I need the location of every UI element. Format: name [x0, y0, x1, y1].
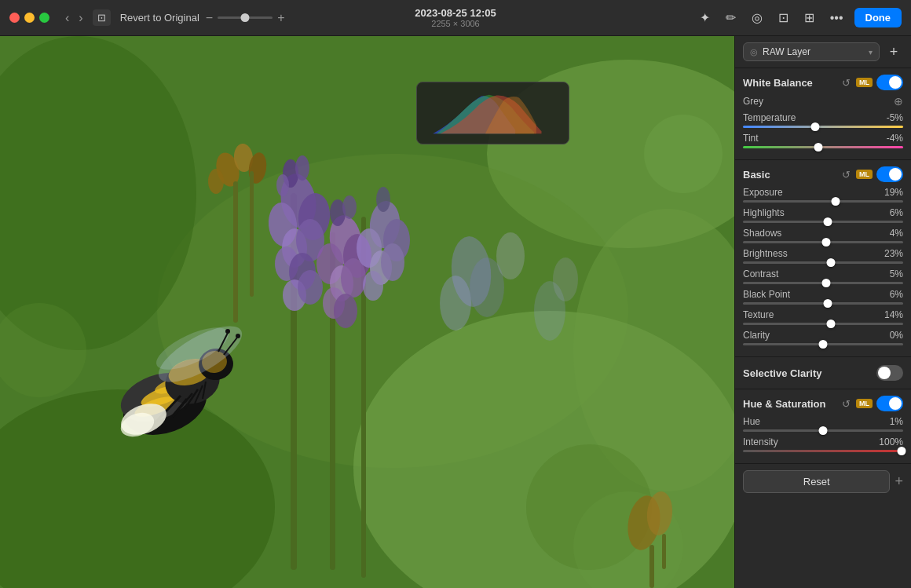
- layer-dropdown[interactable]: ◎ RAW Layer ▾: [743, 42, 880, 61]
- zoom-plus-button[interactable]: +: [277, 11, 284, 25]
- clarity-value: 0%: [890, 330, 903, 341]
- basic-ml-badge: ML: [856, 170, 873, 179]
- selective-clarity-label: Selective Clarity: [743, 367, 876, 379]
- temperature-slider-thumb: [810, 122, 819, 131]
- circle-button[interactable]: ◎: [747, 7, 767, 28]
- add-section-button[interactable]: +: [895, 473, 903, 490]
- texture-slider[interactable]: [743, 323, 903, 325]
- hue-saturation-title: Hue & Saturation: [743, 398, 840, 410]
- contrast-label: Contrast: [743, 268, 778, 279]
- view-icon: ⊡: [97, 12, 106, 24]
- intensity-slider[interactable]: [743, 450, 903, 452]
- highlights-control: Highlights 6%: [743, 207, 903, 223]
- black-point-label: Black Point: [743, 289, 790, 300]
- zoom-control: − +: [206, 11, 285, 25]
- texture-label: Texture: [743, 309, 774, 320]
- tint-value: -4%: [887, 133, 903, 144]
- crop-button[interactable]: ⊡: [774, 7, 793, 28]
- minimize-button[interactable]: [24, 13, 35, 23]
- titlebar: ‹ › ⊡ Revert to Original − + 2023-08-25 …: [0, 0, 911, 36]
- svg-point-21: [276, 174, 289, 196]
- grid-button[interactable]: ⊞: [799, 7, 819, 28]
- shadows-slider[interactable]: [743, 241, 903, 243]
- photo-canvas: [0, 36, 734, 588]
- hue-saturation-toggle[interactable]: [876, 396, 903, 411]
- intensity-slider-thumb: [897, 447, 906, 455]
- brush-button[interactable]: ✏: [721, 7, 741, 28]
- maximize-button[interactable]: [39, 13, 49, 23]
- black-point-slider[interactable]: [743, 302, 903, 305]
- temperature-slider[interactable]: [743, 126, 903, 128]
- back-button[interactable]: ‹: [62, 9, 72, 27]
- grey-label: Grey: [743, 96, 763, 107]
- photo-scene-svg: [0, 36, 734, 588]
- temperature-label-row: Temperature -5%: [743, 112, 903, 123]
- hue-slider[interactable]: [743, 429, 903, 432]
- hs-ml-badge: ML: [856, 399, 873, 408]
- basic-reset-button[interactable]: ↺: [840, 167, 852, 182]
- svg-point-35: [381, 243, 404, 281]
- exposure-value: 19%: [884, 187, 903, 198]
- wand-button[interactable]: ✦: [695, 7, 715, 28]
- selective-clarity-toggle[interactable]: [876, 365, 903, 381]
- reset-button[interactable]: Reset: [743, 470, 890, 493]
- done-button[interactable]: Done: [854, 8, 902, 27]
- svg-point-39: [440, 276, 471, 331]
- temperature-value: -5%: [887, 112, 903, 123]
- forward-button[interactable]: ›: [75, 9, 86, 27]
- tint-slider[interactable]: [743, 146, 903, 148]
- layer-name: RAW Layer: [763, 46, 810, 57]
- right-panel: ◎ RAW Layer ▾ + White Balance ↺ ML Grey …: [734, 36, 911, 588]
- intensity-value: 100%: [879, 436, 903, 447]
- contrast-slider[interactable]: [743, 282, 903, 284]
- svg-point-37: [376, 187, 390, 212]
- more-button[interactable]: •••: [825, 8, 848, 28]
- texture-value: 14%: [884, 309, 903, 320]
- tint-label-row: Tint -4%: [743, 133, 903, 144]
- basic-title: Basic: [743, 169, 840, 181]
- nav-buttons: ‹ ›: [62, 9, 86, 27]
- eyedropper-button[interactable]: ⊕: [894, 95, 903, 108]
- clarity-label: Clarity: [743, 330, 770, 341]
- texture-slider-thumb: [827, 320, 836, 328]
- svg-rect-79: [649, 545, 654, 588]
- close-button[interactable]: [9, 13, 20, 23]
- zoom-minus-button[interactable]: −: [206, 11, 213, 25]
- highlights-slider[interactable]: [743, 221, 903, 223]
- zoom-slider[interactable]: [218, 16, 273, 19]
- svg-point-20: [295, 155, 309, 181]
- hue-saturation-header: Hue & Saturation ↺ ML: [743, 396, 903, 411]
- clarity-slider-thumb: [819, 340, 828, 349]
- histogram-overlay: [416, 82, 569, 144]
- exposure-label: Exposure: [743, 187, 783, 198]
- clarity-slider[interactable]: [743, 343, 903, 345]
- add-layer-button[interactable]: +: [884, 42, 903, 61]
- brightness-control: Brightness 23%: [743, 248, 903, 264]
- shadows-slider-thumb: [822, 238, 831, 247]
- brightness-slider[interactable]: [743, 261, 903, 264]
- toolbar-right: ✦ ✏ ◎ ⊡ ⊞ ••• Done: [695, 7, 902, 28]
- histogram-svg: [423, 89, 562, 137]
- highlights-slider-thumb: [824, 217, 832, 226]
- raw-icon: ◎: [750, 47, 758, 57]
- view-toggle-button[interactable]: ⊡: [93, 9, 111, 26]
- basic-controls: ↺ ML: [840, 166, 903, 182]
- basic-header: Basic ↺ ML: [743, 166, 903, 182]
- chevron-down-icon: ▾: [869, 48, 873, 57]
- exposure-control: Exposure 19%: [743, 187, 903, 203]
- white-balance-reset-button[interactable]: ↺: [840, 75, 852, 90]
- main-content: ◎ RAW Layer ▾ + White Balance ↺ ML Grey …: [0, 36, 911, 588]
- svg-point-47: [208, 169, 224, 194]
- hue-label: Hue: [743, 416, 760, 427]
- tint-slider-thumb: [814, 143, 822, 152]
- tint-control: Tint -4%: [743, 133, 903, 148]
- hue-saturation-reset-button[interactable]: ↺: [840, 396, 852, 411]
- svg-point-28: [334, 294, 357, 328]
- revert-to-original-button[interactable]: Revert to Original: [120, 12, 199, 24]
- layer-selector: ◎ RAW Layer ▾ +: [735, 36, 911, 68]
- intensity-label: Intensity: [743, 436, 778, 447]
- exposure-slider[interactable]: [743, 200, 903, 203]
- brightness-label: Brightness: [743, 248, 788, 259]
- basic-toggle[interactable]: [876, 166, 903, 182]
- white-balance-toggle[interactable]: [876, 75, 903, 90]
